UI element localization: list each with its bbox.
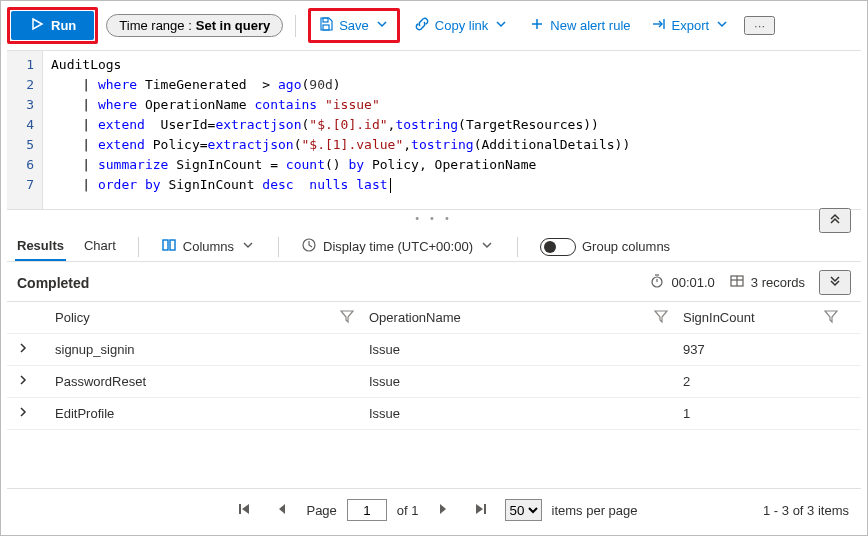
cell-operationname: Issue xyxy=(369,406,653,421)
code-area[interactable]: AuditLogs | where TimeGenerated > ago(90… xyxy=(43,51,861,209)
toolbar: Run Time range : Set in query Save xyxy=(7,5,861,50)
results-table: Policy OperationName SignInCount signup_… xyxy=(7,302,861,488)
pager: Page of 1 50 items per page 1 - 3 of 3 i… xyxy=(7,488,861,531)
run-button[interactable]: Run xyxy=(11,11,94,40)
svg-rect-2 xyxy=(323,25,329,30)
col-header-operationname[interactable]: OperationName xyxy=(369,310,653,325)
chevron-down-icon xyxy=(493,16,509,35)
record-count-display: 3 records xyxy=(729,273,805,292)
status-bar: Completed 00:01.0 3 records xyxy=(7,262,861,302)
svg-marker-21 xyxy=(279,504,285,514)
svg-marker-0 xyxy=(33,19,42,29)
clock-icon xyxy=(301,237,317,256)
columns-button[interactable]: Columns xyxy=(159,233,258,260)
of-label: of 1 xyxy=(397,503,419,518)
plus-icon xyxy=(529,16,545,35)
link-icon xyxy=(414,16,430,35)
chevron-right-icon xyxy=(15,404,55,423)
svg-marker-17 xyxy=(655,311,667,322)
highlight-save: Save xyxy=(308,8,400,43)
range-label: 1 - 3 of 3 items xyxy=(763,503,849,518)
columns-label: Columns xyxy=(183,239,234,254)
collapse-button[interactable] xyxy=(819,208,851,233)
columns-icon xyxy=(161,237,177,256)
time-range-label: Time range : xyxy=(119,18,192,33)
double-chevron-up-icon xyxy=(827,215,843,230)
export-button[interactable]: Export xyxy=(645,12,737,39)
cell-signincount: 1 xyxy=(683,406,823,421)
copy-link-button[interactable]: Copy link xyxy=(408,12,515,39)
filter-icon[interactable] xyxy=(339,308,369,327)
highlight-run: Run xyxy=(7,7,98,44)
svg-marker-16 xyxy=(341,311,353,322)
group-columns-control: Group columns xyxy=(538,234,672,260)
table-row[interactable]: PasswordResetIssue2 xyxy=(7,366,861,398)
table-icon xyxy=(729,273,745,292)
filter-icon[interactable] xyxy=(653,308,683,327)
expand-down-button[interactable] xyxy=(819,270,851,295)
tab-results[interactable]: Results xyxy=(15,232,66,261)
cell-signincount: 2 xyxy=(683,374,823,389)
pager-next[interactable] xyxy=(429,500,457,521)
group-columns-label: Group columns xyxy=(582,239,670,254)
table-row[interactable]: signup_signinIssue937 xyxy=(7,334,861,366)
cell-signincount: 937 xyxy=(683,342,823,357)
tab-chart[interactable]: Chart xyxy=(82,232,118,261)
pager-last[interactable] xyxy=(467,500,495,521)
cell-operationname: Issue xyxy=(369,342,653,357)
svg-rect-7 xyxy=(163,240,168,250)
app-frame: Run Time range : Set in query Save xyxy=(0,0,868,536)
group-columns-toggle[interactable] xyxy=(540,238,576,256)
table-row[interactable]: EditProfileIssue1 xyxy=(7,398,861,430)
svg-marker-18 xyxy=(825,311,837,322)
page-label: Page xyxy=(306,503,336,518)
svg-marker-22 xyxy=(440,504,446,514)
save-icon xyxy=(318,16,334,35)
chevron-down-icon xyxy=(374,16,390,35)
save-button-label: Save xyxy=(339,18,369,33)
export-icon xyxy=(651,16,667,35)
code-editor[interactable]: 1234567 AuditLogs | where TimeGenerated … xyxy=(7,50,861,210)
svg-rect-1 xyxy=(323,18,328,22)
pager-first[interactable] xyxy=(230,500,258,521)
cell-operationname: Issue xyxy=(369,374,653,389)
separator xyxy=(295,15,296,37)
line-gutter: 1234567 xyxy=(7,51,43,209)
display-time-label: Display time (UTC+00:00) xyxy=(323,239,473,254)
chevron-right-icon xyxy=(15,340,55,359)
filter-icon[interactable] xyxy=(823,308,853,327)
time-range-value: Set in query xyxy=(196,18,270,33)
new-alert-button[interactable]: New alert rule xyxy=(523,12,636,39)
results-tabbar: Results Chart Columns Display time (UTC+… xyxy=(7,226,861,262)
svg-rect-24 xyxy=(484,504,486,514)
save-button[interactable]: Save xyxy=(312,12,396,39)
cell-policy: PasswordReset xyxy=(55,374,339,389)
time-range-pill[interactable]: Time range : Set in query xyxy=(106,14,283,37)
svg-marker-23 xyxy=(476,504,483,514)
svg-rect-19 xyxy=(239,504,241,514)
cell-policy: EditProfile xyxy=(55,406,339,421)
table-header: Policy OperationName SignInCount xyxy=(7,302,861,334)
page-size-select[interactable]: 50 xyxy=(505,499,542,521)
chevron-down-icon xyxy=(479,237,495,256)
new-alert-label: New alert rule xyxy=(550,18,630,33)
col-header-policy[interactable]: Policy xyxy=(55,310,339,325)
display-time-button[interactable]: Display time (UTC+00:00) xyxy=(299,233,497,260)
page-input[interactable] xyxy=(347,499,387,521)
separator xyxy=(138,237,139,257)
separator xyxy=(517,237,518,257)
items-per-page-label: items per page xyxy=(552,503,638,518)
split-handle[interactable]: • • • xyxy=(7,210,861,226)
more-button[interactable]: ··· xyxy=(744,16,775,35)
copy-link-label: Copy link xyxy=(435,18,488,33)
pager-prev[interactable] xyxy=(268,500,296,521)
col-header-signincount[interactable]: SignInCount xyxy=(683,310,823,325)
chevron-down-icon xyxy=(240,237,256,256)
svg-rect-8 xyxy=(170,240,175,250)
double-chevron-down-icon xyxy=(827,273,843,292)
svg-marker-20 xyxy=(242,504,249,514)
duration-value: 00:01.0 xyxy=(671,275,714,290)
duration-display: 00:01.0 xyxy=(649,273,714,292)
chevron-right-icon xyxy=(15,372,55,391)
status-text: Completed xyxy=(17,275,89,291)
